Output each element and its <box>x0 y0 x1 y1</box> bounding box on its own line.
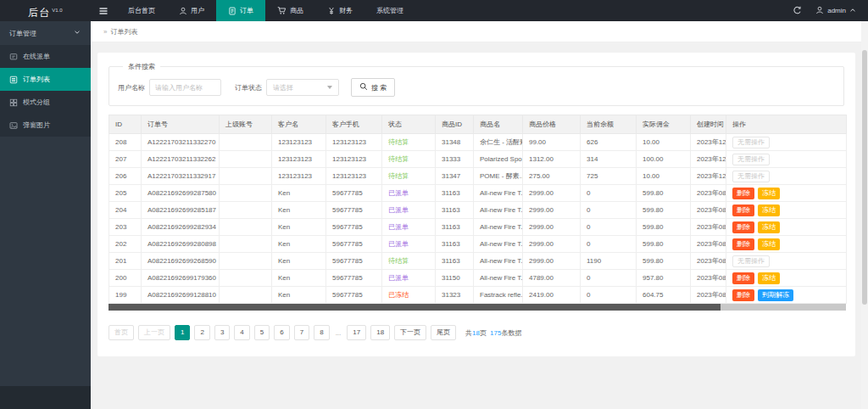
cell-commission: 599.80 <box>637 253 691 270</box>
yen-icon <box>327 7 336 15</box>
cell-product: 余仁生 - 活醒素 <box>474 134 523 151</box>
cell-product-id: 31333 <box>436 151 474 168</box>
order-status-placeholder: 请选择 <box>273 83 293 92</box>
delete-button[interactable]: 删除 <box>732 289 754 301</box>
cell-product: Polarized Spo... <box>474 151 523 168</box>
delete-button[interactable]: 删除 <box>732 204 754 216</box>
freeze-button[interactable]: 冻结 <box>758 221 780 233</box>
hamburger-icon[interactable] <box>91 0 116 21</box>
nav-item-users[interactable]: 用户 <box>167 0 216 21</box>
order-status-select[interactable]: 请选择 <box>266 79 339 96</box>
next-page-button[interactable]: 下一页 <box>394 325 426 340</box>
cell-created: 2023年08月 <box>691 270 726 287</box>
sidebar-group-order-management[interactable]: 订单管理 <box>0 21 91 45</box>
cell-created: 2023年08月 <box>691 219 726 236</box>
cell-phone: 123123123 <box>326 168 382 185</box>
chevron-up-icon <box>849 7 856 15</box>
horizontal-scrollbar[interactable] <box>108 304 846 311</box>
freeze-button[interactable]: 冻结 <box>758 272 780 284</box>
horizontal-scrollbar-thumb[interactable] <box>108 304 721 311</box>
user-menu[interactable]: admin <box>815 6 856 16</box>
cell-phone: 59677785 <box>326 219 382 236</box>
refresh-icon[interactable] <box>793 6 802 15</box>
page-button-1[interactable]: 1 <box>175 325 190 340</box>
user-icon <box>815 6 824 16</box>
nav-item-finance[interactable]: 财务 <box>315 0 364 21</box>
page-button-4[interactable]: 4 <box>234 325 249 340</box>
delete-button[interactable]: 删除 <box>732 221 754 233</box>
cell-status: 已派单 <box>382 236 436 253</box>
delete-button[interactable]: 删除 <box>732 188 754 199</box>
sidebar-item-online-dispatch[interactable]: 在线派单 <box>0 45 91 68</box>
cell-order-no: A08221692699287580 <box>142 185 220 202</box>
cell-phone: 123123123 <box>326 134 382 151</box>
unfreeze-button[interactable]: 到期解冻 <box>758 289 793 301</box>
page-button-5[interactable]: 5 <box>254 325 270 340</box>
status-badge: 待结算 <box>388 172 409 180</box>
page-button-18[interactable]: 18 <box>370 325 390 340</box>
table-row: 200A08221692699179360Ken59677785已派单31150… <box>109 270 847 287</box>
sidebar-item-popup-image[interactable]: 弹窗图片 <box>0 114 91 137</box>
cell-customer: Ken <box>272 253 326 270</box>
nav-item-system[interactable]: 系统管理 <box>364 0 415 21</box>
username-label: 用户名称 <box>118 83 145 92</box>
first-page-button: 首页 <box>108 325 134 340</box>
nav-item-orders[interactable]: 订单 <box>216 0 265 21</box>
page-button-17[interactable]: 17 <box>347 325 366 340</box>
cell-price: 1312.00 <box>523 151 581 168</box>
search-panel: 条件搜索 用户名称 订单状态 请选择 搜 索 <box>108 62 844 106</box>
cell-actions: 无需操作 <box>726 168 847 185</box>
cell-product: All-new Fire T... <box>474 236 523 253</box>
sidebar-items: 在线派单订单列表模式分组弹窗图片 <box>0 45 91 137</box>
image-icon <box>9 121 18 130</box>
summary-records-word: 条数据 <box>501 329 521 337</box>
page-ellipsis: ... <box>334 329 343 337</box>
username-input[interactable] <box>149 79 221 96</box>
freeze-button[interactable]: 冻结 <box>758 238 780 250</box>
prev-page-button: 上一页 <box>138 325 170 340</box>
search-button[interactable]: 搜 索 <box>351 78 395 97</box>
cell-id: 207 <box>109 151 142 168</box>
sidebar-item-order-list[interactable]: 订单列表 <box>0 68 91 91</box>
column-header: 实际佣金 <box>637 115 691 134</box>
table-row: 204A08221692699285187Ken59677785已派单31163… <box>109 202 847 219</box>
page-button-6[interactable]: 6 <box>274 325 289 340</box>
vertical-scrollbar[interactable] <box>861 21 868 409</box>
page-button-8[interactable]: 8 <box>314 325 329 340</box>
search-panel-title: 条件搜索 <box>123 62 160 71</box>
page-button-2[interactable]: 2 <box>194 325 209 340</box>
cell-parent-account <box>220 287 272 304</box>
nav-item-goods[interactable]: 商品 <box>265 0 315 21</box>
select-arrow-icon <box>327 86 332 89</box>
cell-product-id: 31348 <box>436 134 474 151</box>
column-header: 商品价格 <box>523 115 581 134</box>
delete-button[interactable]: 删除 <box>732 238 754 250</box>
last-page-button[interactable]: 尾页 <box>431 325 456 340</box>
page-button-7[interactable]: 7 <box>294 325 309 340</box>
cell-balance: 0 <box>581 236 637 253</box>
sidebar-item-mode-group[interactable]: 模式分组 <box>0 91 91 114</box>
cell-phone: 59677785 <box>326 287 382 304</box>
cell-price: 2999.00 <box>523 202 581 219</box>
nav-item-label: 商品 <box>290 6 303 15</box>
cell-created: 2023年08月 <box>691 236 726 253</box>
table-row: 201A08221692699268590Ken59677785待结算31163… <box>109 253 847 270</box>
cell-id: 203 <box>109 219 142 236</box>
vertical-scrollbar-thumb[interactable] <box>862 50 867 305</box>
cell-id: 208 <box>109 134 142 151</box>
freeze-button[interactable]: 冻结 <box>758 188 780 199</box>
summary-pages-word: 页 <box>480 329 487 337</box>
status-badge: 已派单 <box>388 206 409 214</box>
cell-product-id: 31163 <box>436 253 474 270</box>
freeze-button[interactable]: 冻结 <box>758 204 780 216</box>
cell-created: 2023年12月 <box>691 168 726 185</box>
page-button-3[interactable]: 3 <box>214 325 230 340</box>
chevron-down-icon <box>74 29 81 37</box>
nav-item-home[interactable]: 后台首页 <box>116 0 167 21</box>
cell-order-no: A08221692699280898 <box>142 236 220 253</box>
delete-button[interactable]: 删除 <box>732 272 754 284</box>
cell-price: 2999.00 <box>523 236 581 253</box>
cell-product: All-new Fire T... <box>474 202 523 219</box>
main-area: » 订单列表 条件搜索 用户名称 订单状态 请选择 搜 索 <box>91 21 868 409</box>
cell-balance: 626 <box>581 134 637 151</box>
